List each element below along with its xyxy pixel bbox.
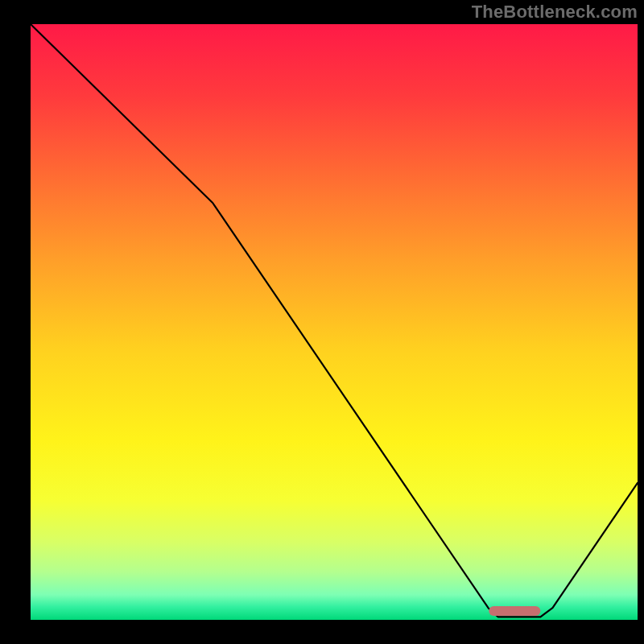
watermark-text: TheBottleneck.com: [472, 2, 638, 23]
chart-frame: { "watermark": "TheBottleneck.com", "gra…: [0, 0, 644, 644]
optimal-range-marker: [489, 606, 540, 616]
bottleneck-chart: [0, 0, 644, 644]
